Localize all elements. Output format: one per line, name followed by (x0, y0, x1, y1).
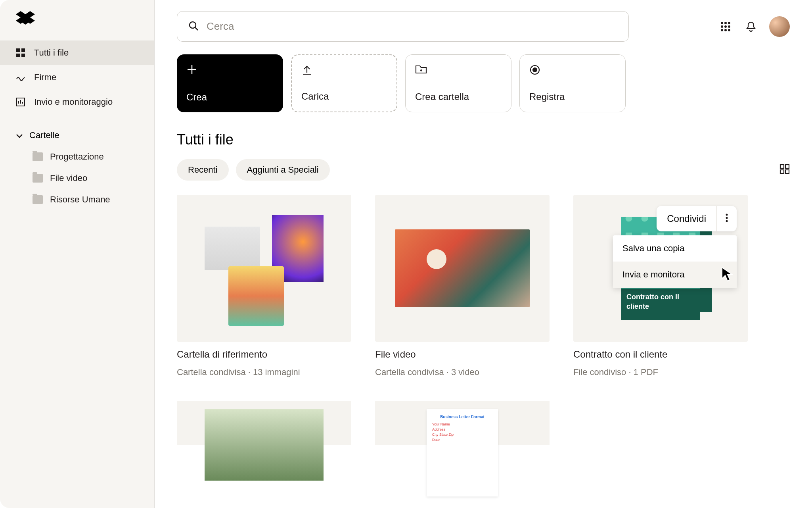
upload-button[interactable]: Carica (291, 54, 397, 112)
folders-header-label: Cartelle (29, 130, 59, 140)
filter-starred[interactable]: Aggiunti a Speciali (236, 159, 330, 181)
file-card[interactable]: Contratto con il cliente Condividi Salva… (573, 195, 748, 377)
card-title: File video (375, 349, 550, 360)
file-grid: Cartella di riferimento Cartella condivi… (177, 195, 790, 445)
folder-icon (33, 195, 43, 204)
svg-point-21 (726, 214, 728, 216)
context-menu: Salva una copia Invia e monitora (613, 235, 737, 288)
svg-rect-18 (785, 165, 789, 168)
svg-point-22 (726, 217, 728, 219)
svg-rect-0 (16, 48, 20, 52)
apps-icon[interactable] (718, 19, 733, 34)
thumbnail (177, 401, 351, 445)
signature-icon (16, 73, 25, 82)
record-button[interactable]: Registra (519, 54, 626, 112)
sidebar: Tutti i file Firme Invio e monitoraggio … (0, 0, 155, 508)
sidebar-item-label: Tutti i file (34, 48, 69, 58)
svg-point-6 (721, 22, 723, 24)
sidebar-item-label: Firme (34, 72, 56, 83)
share-button[interactable]: Condividi (657, 206, 716, 231)
folders-header[interactable]: Cartelle (0, 125, 154, 146)
cursor-icon (721, 266, 734, 284)
sidebar-item-all-files[interactable]: Tutti i file (0, 40, 154, 65)
folder-label: File video (50, 173, 87, 183)
svg-point-5 (190, 22, 196, 28)
filters-row: Recenti Aggiunti a Speciali (177, 159, 790, 181)
topbar-actions (718, 16, 790, 37)
search-box[interactable] (177, 11, 629, 42)
thumbnail: Business Letter FormatYour NameAddressCi… (375, 401, 550, 445)
dots-vertical-icon (726, 214, 728, 224)
action-label: Registra (529, 91, 616, 102)
view-toggle-icon[interactable] (779, 164, 790, 176)
menu-item-send-track[interactable]: Invia e monitora (613, 262, 737, 288)
sidebar-item-send-track[interactable]: Invio e monitoraggio (0, 90, 154, 114)
svg-rect-3 (21, 54, 25, 57)
search-icon (188, 21, 199, 33)
thumbnail (375, 195, 550, 342)
search-input[interactable] (207, 20, 617, 33)
avatar[interactable] (769, 16, 790, 37)
grid-icon (16, 48, 25, 58)
folder-icon (33, 174, 43, 183)
card-subtitle: Cartella condivisa · 13 immagini (177, 367, 351, 377)
dropbox-logo[interactable] (0, 11, 154, 40)
create-button[interactable]: Crea (177, 54, 283, 112)
action-label: Crea cartella (415, 91, 502, 102)
svg-rect-17 (780, 165, 784, 168)
sidebar-item-label: Invio e monitoraggio (34, 97, 113, 107)
share-button-group: Condividi (657, 206, 737, 231)
more-button[interactable] (716, 206, 737, 231)
thumbnail (177, 195, 351, 342)
folder-label: Progettazione (50, 152, 104, 162)
folder-item-progettazione[interactable]: Progettazione (0, 146, 154, 167)
folder-item-risorse-umane[interactable]: Risorse Umane (0, 189, 154, 210)
page-title: Tutti i file (177, 131, 790, 148)
svg-point-13 (724, 29, 727, 31)
folders-section: Cartelle Progettazione File video Risors… (0, 125, 154, 210)
folder-plus-icon (415, 64, 428, 77)
svg-point-9 (721, 25, 723, 28)
doc-preview-title: Contratto con il cliente (621, 289, 700, 320)
action-label: Crea (186, 92, 274, 103)
svg-point-7 (724, 22, 727, 24)
folder-icon (33, 152, 43, 161)
card-subtitle: File condiviso · 1 PDF (573, 367, 748, 377)
action-row: Crea Carica Crea cartella Registra (177, 54, 790, 112)
file-card[interactable]: File video Cartella condivisa · 3 video (375, 195, 550, 377)
topbar (177, 11, 790, 42)
svg-point-10 (724, 25, 727, 28)
file-card[interactable] (177, 401, 351, 445)
card-title: Cartella di riferimento (177, 349, 351, 360)
main-content: Crea Carica Crea cartella Registra Tutti… (155, 0, 812, 508)
menu-item-save-copy[interactable]: Salva una copia (613, 235, 737, 262)
action-label: Carica (301, 91, 387, 102)
file-card[interactable]: Cartella di riferimento Cartella condivi… (177, 195, 351, 377)
svg-point-14 (728, 29, 730, 31)
bell-icon[interactable] (744, 19, 758, 34)
filter-recent[interactable]: Recenti (177, 159, 229, 181)
svg-point-11 (728, 25, 730, 28)
folder-item-file-video[interactable]: File video (0, 167, 154, 189)
svg-rect-20 (785, 170, 789, 173)
chart-icon (16, 97, 25, 107)
svg-rect-19 (780, 170, 784, 173)
svg-point-12 (721, 29, 723, 31)
record-icon (529, 64, 542, 77)
card-subtitle: Cartella condivisa · 3 video (375, 367, 550, 377)
svg-rect-1 (21, 48, 25, 52)
card-title: Contratto con il cliente (573, 349, 748, 360)
svg-rect-2 (16, 54, 20, 57)
svg-point-8 (728, 22, 730, 24)
upload-icon (301, 65, 314, 77)
folder-label: Risorse Umane (50, 194, 110, 205)
svg-point-23 (726, 220, 728, 222)
plus-icon (186, 64, 199, 77)
thumbnail: Contratto con il cliente Condividi Salva… (573, 195, 748, 342)
svg-point-16 (533, 68, 537, 72)
file-card[interactable]: Business Letter FormatYour NameAddressCi… (375, 401, 550, 445)
chevron-down-icon (16, 130, 23, 140)
create-folder-button[interactable]: Crea cartella (405, 54, 511, 112)
sidebar-item-signatures[interactable]: Firme (0, 65, 154, 90)
